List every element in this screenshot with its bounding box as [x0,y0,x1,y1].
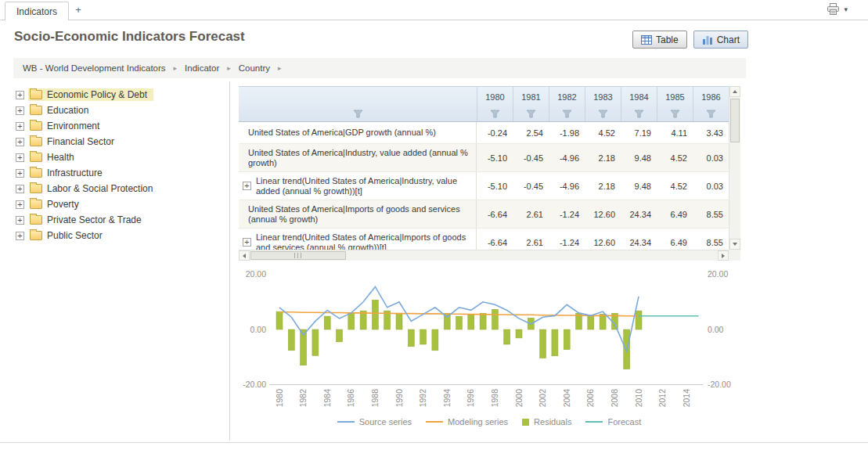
grid-header-label-column[interactable] [239,87,477,121]
grid-cell: 2.54 [513,122,549,143]
folder-icon [30,90,42,99]
year-column-header[interactable]: 1982 [549,87,585,121]
sidebar-item-labor-social-protection[interactable]: + Labor & Social Protection [16,181,225,196]
square-swatch-icon [522,419,529,426]
tab-indicators[interactable]: Indicators [5,2,69,20]
breadcrumb-item-indicator[interactable]: Indicator [185,63,219,73]
expand-icon[interactable]: + [16,106,24,115]
sidebar-item-economic-policy-debt[interactable]: + Economic Policy & Debt [16,87,225,103]
breadcrumb-arrow-icon: ▸ [174,64,178,72]
add-tab-button[interactable]: + [70,3,86,18]
scroll-up-button[interactable] [729,86,740,97]
horizontal-scrollbar[interactable] [239,250,729,261]
grid-row[interactable]: United States of America|Industry, value… [239,144,729,172]
data-grid: 1980 1981 1982 [239,86,740,261]
grid-cell: 7.19 [621,122,657,143]
svg-text:1998: 1998 [490,389,499,408]
expand-icon[interactable]: + [16,122,24,131]
folder-icon [30,153,42,162]
grid-cell: -1.24 [549,229,585,250]
svg-text:1984: 1984 [322,389,332,408]
arrow-up-icon [733,90,737,93]
year-column-header[interactable]: 1983 [585,87,621,121]
vertical-scrollbar[interactable] [729,86,740,250]
chart-view-button[interactable]: Chart [693,31,748,49]
grid-header: 1980 1981 1982 [239,86,729,122]
grid-row[interactable]: United States of America|Imports of good… [239,200,729,229]
year-column-header[interactable]: 1985 [657,87,693,121]
filter-button[interactable] [477,106,513,121]
svg-text:2008: 2008 [610,389,619,408]
filter-button[interactable] [549,106,585,121]
sidebar-item-environment[interactable]: + Environment [16,118,225,134]
filter-icon [526,110,536,118]
filter-icon [353,110,363,118]
sidebar-item-public-sector[interactable]: + Public Sector [16,228,225,243]
table-view-button[interactable]: Table [632,31,687,49]
folder-icon [30,137,42,146]
year-column-header[interactable]: 1986 [693,87,729,121]
grid-row[interactable]: + Linear trend(United States of America|… [239,229,729,250]
folder-icon [30,231,42,240]
print-button[interactable] [827,3,840,15]
svg-text:2002: 2002 [538,389,547,408]
sidebar-item-infrastructure[interactable]: + Infrastructure [16,165,225,181]
sidebar-item-private-sector-trade[interactable]: + Private Sector & Trade [16,212,225,228]
row-label: + Linear trend(United States of America|… [239,172,477,200]
folder-icon [30,200,42,209]
sidebar-item-financial-sector[interactable]: + Financial Sector [16,134,225,149]
line-swatch-icon [426,421,443,423]
grid-cell: -0.45 [513,144,549,171]
category-tree: + Economic Policy & Debt + Education + E… [16,87,225,243]
sidebar-item-poverty[interactable]: + Poverty [16,196,225,212]
sidebar-item-label: Infrastructure [47,167,103,178]
grid-row[interactable]: + Linear trend(United States of America|… [239,172,729,200]
grid-cell: 6.49 [657,229,693,250]
scroll-left-button[interactable] [239,250,250,261]
expand-icon[interactable]: + [243,182,251,190]
expand-icon[interactable]: + [16,216,24,225]
folder-icon [30,106,42,115]
horizontal-scroll-thumb[interactable] [250,251,346,260]
svg-text:1980: 1980 [275,389,284,408]
breadcrumb-item-datasource[interactable]: WB - World Development Indicators [23,63,166,73]
filter-button[interactable] [693,106,729,121]
expand-icon[interactable]: + [16,169,24,178]
svg-text:1986: 1986 [346,389,355,408]
expand-icon[interactable]: + [16,153,24,162]
sidebar-item-label: Public Sector [47,230,103,241]
panel-divider [229,81,230,441]
expand-icon[interactable]: + [16,232,24,240]
expand-icon[interactable]: + [16,138,24,146]
legend-item-source-series: Source series [337,417,412,427]
print-dropdown-caret-icon[interactable]: ▾ [844,5,848,13]
filter-button[interactable] [585,106,621,121]
arrow-down-icon [733,243,737,246]
sidebar-item-health[interactable]: + Health [16,149,225,165]
year-column-header[interactable]: 1981 [513,87,549,121]
svg-text:2014: 2014 [682,389,691,408]
expand-icon[interactable]: + [243,238,251,247]
filter-button[interactable] [239,106,477,121]
arrow-left-icon [243,254,246,258]
grid-cell: 4.11 [657,122,693,143]
expand-icon[interactable]: + [16,185,24,193]
year-column-header[interactable]: 1980 [477,87,513,121]
forecast-chart: 20.0020.000.000.00-20.00-20.001980198219… [235,266,744,416]
sidebar-item-education[interactable]: + Education [16,103,225,118]
svg-text:2010: 2010 [634,389,643,408]
year-label: 1982 [549,87,585,106]
expand-icon[interactable]: + [16,91,24,99]
vertical-scroll-thumb[interactable] [730,99,740,142]
filter-button[interactable] [657,106,693,121]
filter-button[interactable] [621,106,657,121]
scroll-down-button[interactable] [729,239,740,250]
expand-icon[interactable]: + [16,200,24,209]
scroll-right-button[interactable] [718,250,729,261]
year-column-header[interactable]: 1984 [621,87,657,121]
grid-row[interactable]: United States of America|GDP growth (ann… [239,122,729,144]
filter-button[interactable] [513,106,549,121]
legend-item-residuals: Residuals [522,417,571,427]
breadcrumb-item-country[interactable]: Country [239,63,270,73]
svg-text:2000: 2000 [514,389,524,408]
